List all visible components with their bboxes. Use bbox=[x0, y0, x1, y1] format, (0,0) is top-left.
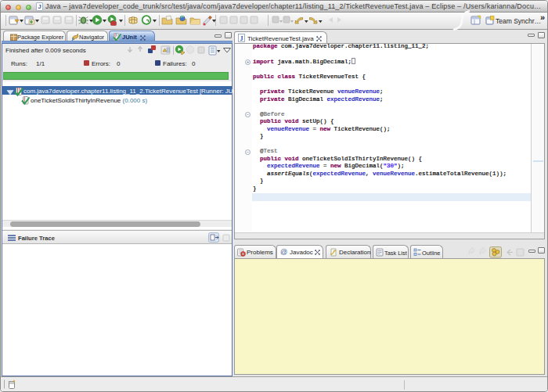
svg-text:J: J bbox=[240, 35, 243, 42]
